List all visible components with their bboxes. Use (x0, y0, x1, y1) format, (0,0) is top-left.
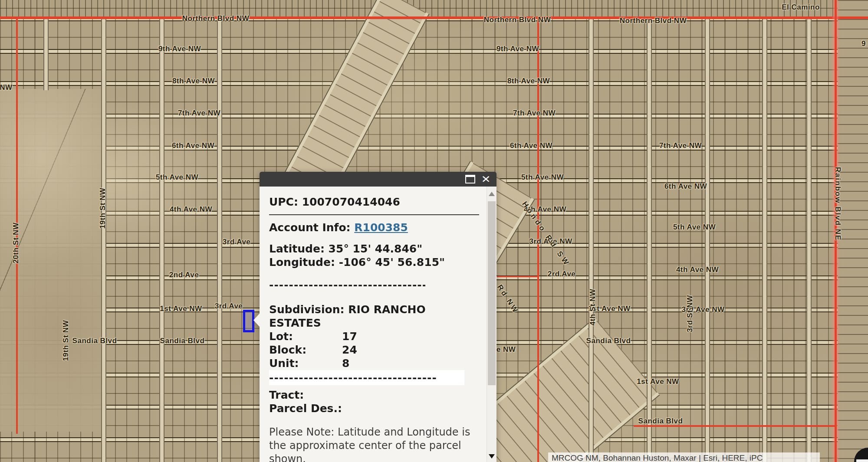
upc-label: UPC: (269, 196, 298, 208)
popup-scrollbar[interactable] (487, 187, 496, 462)
account-link[interactable]: R100385 (354, 221, 408, 234)
red-road-vertical (537, 18, 539, 462)
unit-row: Unit: 8 (269, 357, 483, 370)
road-line (101, 16, 106, 462)
upc-line: UPC: 1007070414046 (269, 195, 483, 209)
scroll-down-arrow-icon[interactable] (489, 454, 495, 459)
upc-value: 1007070414046 (302, 196, 400, 208)
selected-parcel-highlight[interactable] (243, 310, 254, 332)
road-line (43, 16, 49, 90)
close-icon[interactable]: ✕ (481, 174, 490, 184)
road-line (217, 16, 222, 462)
lot-value: 17 (342, 330, 357, 343)
unit-value: 8 (342, 357, 349, 370)
block-value: 24 (342, 343, 357, 357)
red-road-segment (497, 276, 537, 277)
lot-row: Lot: 17 (269, 330, 483, 343)
parcel-info-popup: ✕ UPC: 1007070414046 Account Info: R1003… (260, 172, 496, 462)
parcel-des-line: Parcel Des.: (269, 402, 483, 415)
note-text: Please Note: Latitude and Longitude is t… (269, 426, 486, 462)
latitude-line: Latitude: 35° 15' 44.846" (269, 242, 483, 256)
maximize-icon[interactable] (465, 175, 475, 183)
red-road-northern-blvd (0, 16, 868, 19)
open-desert-area (0, 89, 101, 432)
divider-rule (269, 214, 479, 215)
esri-logo-slot (856, 459, 868, 462)
road-line (647, 16, 652, 462)
popup-body: UPC: 1007070414046 Account Info: R100385… (260, 187, 496, 462)
road-line (705, 16, 710, 462)
dashed-divider: ---------------------------------- (269, 278, 425, 292)
tract-line: Tract: (269, 388, 483, 402)
road-line (806, 16, 812, 462)
unit-label: Unit: (269, 357, 342, 370)
account-line: Account Info: R100385 (269, 221, 483, 234)
red-road-20th-st (16, 17, 18, 434)
map-viewport: { "map": { "attribution": "MRCOG NM, Boh… (0, 0, 868, 462)
red-road-sandia (634, 425, 835, 427)
map-attribution: MRCOG NM, Bohannan Huston, Maxar | Esri,… (548, 452, 820, 462)
east-of-rainbow-blocks (838, 0, 868, 462)
red-road-rainbow-blvd (835, 0, 837, 462)
popup-content: UPC: 1007070414046 Account Info: R100385… (260, 187, 483, 462)
north-of-northern-blocks (0, 0, 868, 16)
scroll-up-arrow-icon[interactable] (489, 192, 495, 196)
road-line (589, 16, 594, 462)
road-line (762, 16, 767, 462)
block-label: Block: (269, 343, 342, 357)
popup-titlebar: ✕ (260, 172, 496, 187)
account-label: Account Info: (269, 221, 351, 234)
longitude-line: Longitude: -106° 45' 56.815" (269, 256, 483, 269)
scrollbar-thumb[interactable] (488, 201, 496, 385)
road-line (159, 16, 164, 462)
block-row: Block: 24 (269, 343, 483, 357)
subdivision-line: Subdivision: RIO RANCHO ESTATES (269, 303, 473, 330)
lot-label: Lot: (269, 330, 342, 343)
dashed-divider: ---------------------------------- (269, 370, 464, 385)
